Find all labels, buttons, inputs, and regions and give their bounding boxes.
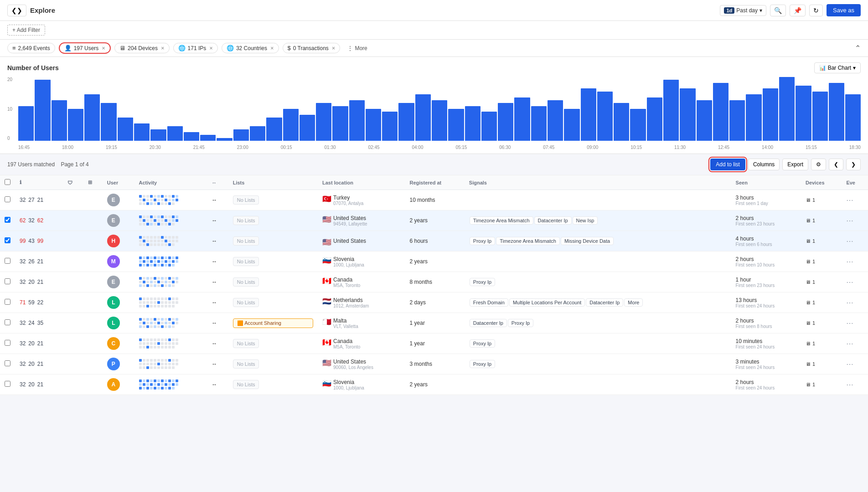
activity-dot	[157, 219, 160, 222]
row-lists[interactable]: No Lists	[228, 354, 318, 374]
select-all-checkbox[interactable]	[5, 179, 10, 185]
row-user-cell[interactable]: E	[103, 190, 134, 210]
row-lists[interactable]: No Lists	[228, 210, 318, 231]
row-checkbox-cell[interactable]	[0, 292, 15, 313]
row-expand-button[interactable]: ⋯	[846, 196, 853, 205]
row-expand-button[interactable]: ⋯	[846, 360, 853, 369]
row-checkbox-cell[interactable]	[0, 231, 15, 251]
activity-dot	[150, 387, 153, 390]
collapse-button[interactable]: ⌃	[855, 44, 861, 52]
chip-users-close[interactable]: ×	[102, 45, 105, 51]
row-checkbox[interactable]	[5, 196, 10, 202]
row-checkbox[interactable]	[5, 340, 10, 346]
row-user-cell[interactable]: E	[103, 210, 134, 231]
chip-users[interactable]: 👤 197 Users ×	[59, 42, 111, 54]
row-expand[interactable]: ⋯	[842, 333, 868, 354]
row-lists[interactable]: 🟧 Account Sharing	[228, 313, 318, 333]
row-user-cell[interactable]: L	[103, 292, 134, 313]
chip-countries[interactable]: 🌐 32 Countries ×	[222, 43, 279, 53]
row-user-cell[interactable]: H	[103, 231, 134, 251]
chart-type-button[interactable]: 📊 Bar Chart ▾	[814, 62, 861, 73]
row-user-cell[interactable]: L	[103, 313, 134, 333]
row-expand-button[interactable]: ⋯	[846, 257, 853, 266]
row-checkbox[interactable]	[5, 237, 10, 243]
search-icon-btn[interactable]: 🔍	[770, 5, 786, 16]
chip-events[interactable]: ≡ 2,649 Events	[7, 43, 55, 53]
export-button[interactable]: Export	[782, 159, 808, 170]
row-spacer2	[83, 333, 103, 354]
row-checkbox-cell[interactable]	[0, 354, 15, 374]
next-page-button[interactable]: ❯	[846, 159, 861, 170]
row-checkbox[interactable]	[5, 360, 10, 366]
row-checkbox-cell[interactable]	[0, 333, 15, 354]
row-user-cell[interactable]: P	[103, 354, 134, 374]
row-lists[interactable]: No Lists	[228, 292, 318, 313]
add-to-list-button[interactable]: Add to list	[710, 159, 745, 170]
chip-devices-close[interactable]: ×	[161, 45, 165, 51]
row-expand[interactable]: ⋯	[842, 354, 868, 374]
row-user-cell[interactable]: A	[103, 374, 134, 395]
back-btn[interactable]: ❮❯	[7, 5, 26, 16]
row-expand-button[interactable]: ⋯	[846, 237, 853, 246]
row-user-cell[interactable]: E	[103, 272, 134, 292]
row-checkbox-cell[interactable]	[0, 313, 15, 333]
row-lists[interactable]: No Lists	[228, 272, 318, 292]
row-score1: 32 20 21	[15, 272, 63, 292]
row-expand-button[interactable]: ⋯	[846, 339, 853, 348]
activity-dot	[143, 215, 145, 218]
row-checkbox-cell[interactable]	[0, 272, 15, 292]
row-expand[interactable]: ⋯	[842, 190, 868, 210]
row-lists[interactable]: No Lists	[228, 333, 318, 354]
row-user-cell[interactable]: M	[103, 251, 134, 272]
row-lists[interactable]: No Lists	[228, 374, 318, 395]
row-checkbox[interactable]	[5, 319, 10, 325]
row-expand[interactable]: ⋯	[842, 313, 868, 333]
row-user-cell[interactable]: C	[103, 333, 134, 354]
row-checkbox[interactable]	[5, 299, 10, 305]
settings-button[interactable]: ⚙	[811, 159, 826, 170]
row-checkbox[interactable]	[5, 278, 10, 284]
row-checkbox-cell[interactable]	[0, 374, 15, 395]
row-checkbox[interactable]	[5, 217, 10, 223]
activity-dot	[157, 297, 160, 300]
row-expand[interactable]: ⋯	[842, 210, 868, 231]
chip-transactions[interactable]: $ 0 Transactions ×	[283, 43, 341, 53]
chip-devices[interactable]: 🖥 204 Devices ×	[114, 43, 170, 53]
more-chip-button[interactable]: ⋮ More	[344, 44, 371, 53]
row-expand[interactable]: ⋯	[842, 374, 868, 395]
row-lists[interactable]: No Lists	[228, 231, 318, 251]
chip-transactions-close[interactable]: ×	[332, 45, 336, 51]
col-checkbox[interactable]	[0, 175, 15, 190]
pin-icon-btn[interactable]: 📌	[790, 5, 806, 16]
row-expand-button[interactable]: ⋯	[846, 298, 853, 307]
bar	[266, 118, 282, 141]
chip-ips-close[interactable]: ×	[209, 45, 213, 51]
add-filter-button[interactable]: + Add Filter	[7, 25, 45, 36]
row-lists[interactable]: No Lists	[228, 190, 318, 210]
row-lists[interactable]: No Lists	[228, 251, 318, 272]
row-expand[interactable]: ⋯	[842, 272, 868, 292]
refresh-icon-btn[interactable]: ↻	[809, 5, 823, 16]
columns-button[interactable]: Columns	[748, 159, 780, 170]
time-filter[interactable]: 1d Past day ▾	[720, 5, 766, 16]
row-checkbox[interactable]	[5, 381, 10, 387]
save-as-button[interactable]: Save as	[827, 4, 861, 16]
matched-text: 197 Users matched	[7, 161, 55, 168]
row-expand[interactable]: ⋯	[842, 292, 868, 313]
chip-countries-close[interactable]: ×	[270, 45, 274, 51]
row-checkbox-cell[interactable]	[0, 210, 15, 231]
row-checkbox-cell[interactable]	[0, 251, 15, 272]
row-expand-button[interactable]: ⋯	[846, 319, 853, 328]
activity-dot	[143, 264, 145, 266]
activity-dot	[168, 297, 171, 300]
prev-page-button[interactable]: ❮	[829, 159, 843, 170]
row-expand-button[interactable]: ⋯	[846, 380, 853, 389]
row-expand[interactable]: ⋯	[842, 231, 868, 251]
row-expand-button[interactable]: ⋯	[846, 278, 853, 287]
row-expand[interactable]: ⋯	[842, 251, 868, 272]
activity-dot	[165, 284, 167, 287]
row-checkbox[interactable]	[5, 258, 10, 264]
row-checkbox-cell[interactable]	[0, 190, 15, 210]
row-expand-button[interactable]: ⋯	[846, 216, 853, 225]
chip-ips[interactable]: 🌐 171 IPs ×	[173, 43, 218, 53]
